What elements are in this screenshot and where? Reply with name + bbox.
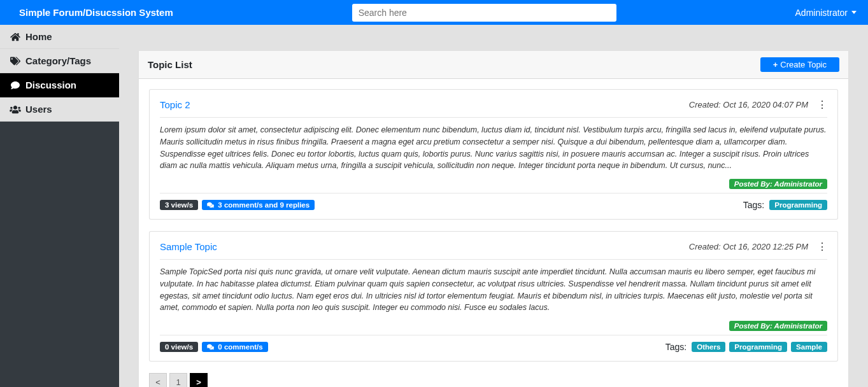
comments-badge[interactable]: 3 comment/s and 9 replies: [202, 200, 315, 210]
create-topic-label: Create Topic: [780, 60, 827, 69]
sidebar-item-label: Discussion: [25, 80, 76, 90]
comments-badge-text: 3 comment/s and 9 replies: [218, 201, 309, 209]
tag-badge[interactable]: Sample: [791, 342, 827, 352]
posted-by-badge: Posted By: Administrator: [729, 179, 827, 189]
pagination-page-1[interactable]: 1: [169, 373, 187, 387]
divider: [160, 117, 827, 118]
topic-description: Sample TopicSed porta nisi quis nunc gra…: [160, 266, 827, 314]
topic-menu-kebab-icon[interactable]: ⋮: [817, 241, 827, 253]
sidebar-item-category-tags[interactable]: Category/Tags: [0, 49, 119, 73]
topic-menu-kebab-icon[interactable]: ⋮: [817, 99, 827, 111]
topic-created-date: Created: Oct 16, 2020 04:07 PM: [689, 100, 808, 109]
comments-icon: [207, 343, 216, 351]
topic-title-link[interactable]: Sample Topic: [160, 241, 217, 252]
sidebar: Home Category/Tags Discussion Users: [0, 25, 119, 387]
home-icon: [9, 32, 22, 41]
tags-label: Tags:: [665, 342, 687, 352]
comment-icon: [9, 81, 22, 90]
divider: [160, 259, 827, 260]
comments-badge-text: 0 comment/s: [218, 343, 262, 351]
topic-created-date: Created: Oct 16, 2020 12:25 PM: [689, 242, 808, 251]
search-input[interactable]: [352, 4, 616, 22]
sidebar-item-home[interactable]: Home: [0, 25, 119, 49]
page-title: Topic List: [148, 59, 192, 70]
divider: [160, 193, 827, 194]
tag-badge[interactable]: Programming: [769, 200, 827, 210]
topic-list-card: Topic List + Create Topic Topic 2 Create…: [138, 50, 849, 387]
sidebar-item-label: Category/Tags: [25, 55, 91, 66]
pagination-next[interactable]: >: [190, 373, 208, 387]
sidebar-item-users[interactable]: Users: [0, 97, 119, 122]
sidebar-item-label: Home: [25, 31, 52, 42]
views-badge: 3 view/s: [160, 200, 198, 210]
tags-label: Tags:: [743, 200, 764, 210]
brand-title: Simple Forum/Disucssion System: [19, 7, 173, 18]
caret-down-icon: [851, 11, 857, 14]
tags-icon: [9, 57, 22, 66]
top-navbar: Simple Forum/Disucssion System Administr…: [0, 0, 868, 25]
comments-badge[interactable]: 0 comment/s: [202, 342, 268, 352]
plus-icon: +: [773, 60, 778, 69]
tag-badge[interactable]: Programming: [729, 342, 787, 352]
sidebar-item-discussion[interactable]: Discussion: [0, 73, 119, 97]
topic-description: Lorem ipsum dolor sit amet, consectetur …: [160, 124, 827, 172]
comments-icon: [207, 201, 216, 209]
user-menu-dropdown[interactable]: Administrator: [795, 8, 857, 18]
sidebar-item-label: Users: [25, 104, 52, 115]
card-header: Topic List + Create Topic: [139, 51, 848, 79]
posted-by-badge: Posted By: Administrator: [729, 321, 827, 331]
pagination-prev[interactable]: <: [149, 373, 167, 387]
card-body: Topic 2 Created: Oct 16, 2020 04:07 PM ⋮…: [139, 79, 848, 387]
divider: [160, 335, 827, 335]
search-container: [199, 4, 795, 22]
create-topic-button[interactable]: + Create Topic: [760, 57, 839, 72]
topic-item: Topic 2 Created: Oct 16, 2020 04:07 PM ⋮…: [149, 89, 838, 220]
tag-badge[interactable]: Others: [692, 342, 725, 352]
topic-item: Sample Topic Created: Oct 16, 2020 12:25…: [149, 231, 838, 362]
pagination: < 1 >: [149, 373, 838, 387]
views-badge: 0 view/s: [160, 342, 198, 352]
users-icon: [9, 105, 22, 114]
topic-title-link[interactable]: Topic 2: [160, 99, 190, 110]
user-menu-label: Administrator: [795, 8, 848, 18]
main-content: Topic List + Create Topic Topic 2 Create…: [119, 25, 868, 387]
